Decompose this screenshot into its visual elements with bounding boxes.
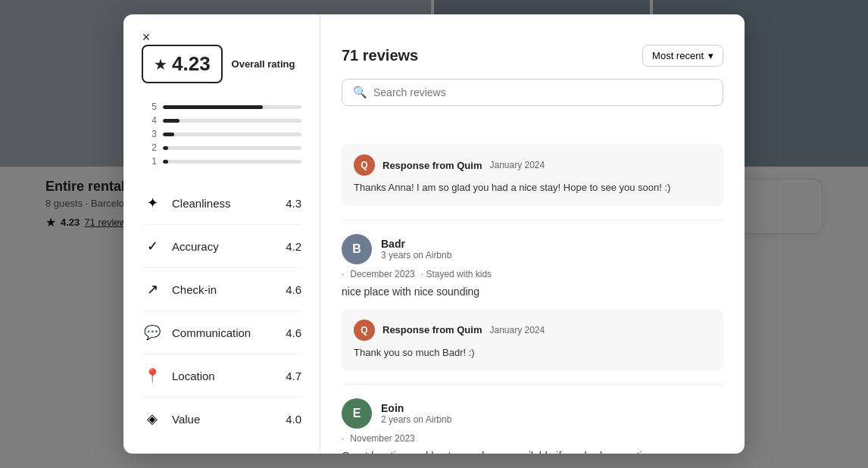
review-tag: · Stayed with kids [421,269,492,279]
reviewer-name: Badr [381,238,723,250]
metric-score: 4.3 [286,197,301,210]
metric-row: 💬 Communication 4.6 [142,311,301,354]
response-from: Response from Quim [382,160,482,171]
sort-label: Most recent [652,50,704,61]
reviewer-info: Eoin 2 years on Airbnb [381,402,723,425]
review-meta: · November 2023 [342,433,723,444]
metric-name: Communication [172,326,251,339]
reviewer-info: Badr 3 years on Airbnb [381,238,723,261]
metric-row: ◈ Value 4.0 [142,398,301,440]
metric-icon: 📍 [142,365,163,386]
response-avatar: Q [354,154,375,176]
metric-row: ↗ Check-in 4.6 [142,268,301,311]
metric-left: ↗ Check-in [142,279,217,300]
bar-row: 2 [142,142,301,153]
metric-score: 4.0 [286,413,301,426]
rating-summary-panel: ★ 4.23 Overall rating 5 4 3 [123,14,320,454]
bar-fill [163,146,168,150]
response-from: Response from Quim [382,324,482,335]
modal-overlay: × ★ 4.23 Overall rating 5 4 [0,0,868,468]
reviews-title: 71 reviews [342,47,418,64]
bar-track [163,133,301,136]
review-date: December 2023 [350,269,414,279]
metric-icon: ✦ [142,192,163,214]
modal-body: ★ 4.23 Overall rating 5 4 3 [123,14,745,454]
metric-name: Accuracy [172,240,219,253]
bar-track [163,160,301,164]
metric-left: ✦ Cleanliness [142,192,231,214]
bar-track [163,105,301,109]
reviewer-meta: 3 years on Airbnb [381,250,723,261]
response-text: Thanks Anna! I am so glad you had a nice… [354,180,711,195]
review-date: November 2023 [350,433,414,444]
metric-name: Check-in [172,283,217,296]
metric-row: 📍 Location 4.7 [142,354,301,398]
bar-label: 5 [142,101,157,112]
reviewer-meta: 2 years on Airbnb [381,414,723,425]
reviewer-name: Eoin [381,402,723,414]
bullet-icon: · [342,269,344,279]
reviews-list: Q Response from Quim January 2024 Thanks… [342,121,723,454]
chevron-down-icon: ▾ [708,50,713,61]
metric-left: ◈ Value [142,408,200,429]
review-item: Q Response from Quim January 2024 Thanks… [342,121,723,220]
metric-row: ✦ Cleanliness 4.3 [142,182,301,225]
metric-name: Cleanliness [172,197,231,210]
metric-name: Value [172,413,200,426]
search-bar: 🔍 [342,79,723,106]
bar-label: 2 [142,142,157,153]
bar-label: 3 [142,129,157,139]
bar-row: 5 [142,101,301,112]
bar-track [163,146,301,150]
metric-icon: ◈ [142,408,163,429]
response-avatar: Q [354,320,375,341]
bar-label: 1 [142,156,157,167]
review-meta: · December 2023 · Stayed with kids [342,269,723,279]
bar-fill [163,105,263,109]
search-icon: 🔍 [353,86,367,99]
response-block: Q Response from Quim January 2024 Thanks… [342,144,723,206]
bullet-icon: · [342,433,344,444]
reviews-modal: × ★ 4.23 Overall rating 5 4 [123,14,745,454]
bar-fill [163,133,174,136]
reviewer-row: E Eoin 2 years on Airbnb [342,398,723,429]
metric-icon: ↗ [142,279,163,300]
metric-left: ✓ Accuracy [142,236,219,257]
reviewer-row: B Badr 3 years on Airbnb [342,234,723,264]
metric-score: 4.2 [286,240,301,253]
response-text: Thank you so much Badr! :) [354,345,711,360]
metric-score: 4.6 [286,283,301,296]
response-date: January 2024 [489,160,545,170]
sort-dropdown[interactable]: Most recent ▾ [642,45,723,67]
metric-left: 📍 Location [142,365,215,386]
review-text: Great location and host was always avail… [342,448,723,454]
bar-fill [163,119,180,123]
bar-track [163,119,301,123]
search-input[interactable] [373,86,712,98]
close-button[interactable]: × [134,25,158,49]
avatar: E [342,398,372,429]
review-item: B Badr 3 years on Airbnb · December 2023… [342,220,723,385]
response-date: January 2024 [489,325,545,335]
avatar: B [342,234,372,264]
response-header: Q Response from Quim January 2024 [354,320,711,341]
metric-score: 4.6 [286,326,301,339]
star-icon: ★ [154,55,167,73]
reviews-panel: 71 reviews Most recent ▾ 🔍 Q Response fr… [320,14,745,454]
bar-fill [163,160,168,164]
metric-icon: ✓ [142,236,163,257]
star-badge: ★ 4.23 [142,45,223,83]
bar-label: 4 [142,115,157,126]
metric-name: Location [172,370,215,382]
metrics-list: ✦ Cleanliness 4.3 ✓ Accuracy 4.2 ↗ Check… [142,182,301,440]
metric-left: 💬 Communication [142,322,251,343]
rating-bars: 5 4 3 2 1 [142,101,301,167]
bar-row: 1 [142,156,301,167]
bar-row: 3 [142,129,301,139]
review-text: nice place with nice sounding [342,284,723,300]
review-item: E Eoin 2 years on Airbnb · November 2023… [342,385,723,454]
reviews-header: 71 reviews Most recent ▾ [342,45,723,67]
rating-header: ★ 4.23 Overall rating [142,45,301,83]
response-block: Q Response from Quim January 2024 Thank … [342,309,723,371]
response-header: Q Response from Quim January 2024 [354,154,711,176]
